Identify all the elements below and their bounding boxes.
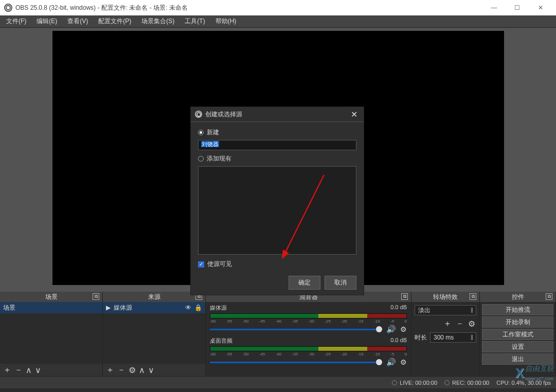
- add-scene-button[interactable]: ＋: [3, 365, 11, 376]
- source-item[interactable]: ▶ 媒体源 👁 🔒: [103, 302, 205, 313]
- scene-item[interactable]: 场景: [0, 302, 102, 313]
- scenes-panel: 场景⧉ 场景 ＋ － ∧ ∨: [0, 292, 103, 376]
- speaker-icon[interactable]: 🔊: [386, 325, 396, 334]
- start-recording-button[interactable]: 开始录制: [482, 316, 553, 328]
- settings-button[interactable]: 设置: [482, 341, 553, 352]
- meter-ticks: -60-55-50-45-40-35-30-25-20-15-10-50: [210, 352, 407, 357]
- channel-settings-button[interactable]: ⚙: [400, 358, 407, 366]
- remove-source-button[interactable]: －: [117, 365, 125, 376]
- lock-toggle[interactable]: 🔒: [194, 304, 202, 311]
- visibility-toggle[interactable]: 👁: [185, 304, 191, 311]
- radio-existing[interactable]: [198, 156, 204, 162]
- bottom-panels: 场景⧉ 场景 ＋ － ∧ ∨ 来源⧉ ▶ 媒体源 👁 🔒 ＋ － ⚙ ∧ ∨: [0, 292, 556, 376]
- studio-mode-button[interactable]: 工作室模式: [482, 329, 553, 340]
- exit-button[interactable]: 退出: [482, 353, 553, 365]
- watermark-url: www.xz7.com: [525, 376, 553, 381]
- menu-help[interactable]: 帮助(H): [211, 15, 241, 27]
- dialog-title: 创建或选择源: [205, 110, 349, 119]
- controls-title: 控件: [512, 293, 524, 301]
- mixer-channel-0: 媒体源0.0 dB -60-55-50-45-40-35-30-25-20-15…: [206, 302, 411, 335]
- controls-panel: 控件⧉ 开始推流 开始录制 工作室模式 设置 退出: [480, 292, 556, 376]
- menu-tools[interactable]: 工具(T): [181, 15, 209, 27]
- scene-down-button[interactable]: ∨: [35, 365, 41, 375]
- titlebar: OBS 25.0.8 (32-bit, windows) - 配置文件: 未命名…: [0, 0, 556, 15]
- menu-view[interactable]: 查看(V): [63, 15, 92, 27]
- visible-checkbox[interactable]: ✓: [198, 261, 204, 268]
- mixer-panel: 混音器⧉ 媒体源0.0 dB -60-55-50-45-40-35-30-25-…: [206, 292, 411, 376]
- menubar: 文件(F) 编辑(E) 查看(V) 配置文件(P) 场景集合(S) 工具(T) …: [0, 15, 556, 28]
- add-source-button[interactable]: ＋: [106, 365, 114, 376]
- statusbar: LIVE: 00:00:00 REC: 00:00:00 CPU: 0.4%, …: [0, 376, 556, 388]
- remove-scene-button[interactable]: －: [14, 365, 23, 376]
- maximize-button[interactable]: ☐: [506, 0, 529, 15]
- audio-meter: [210, 313, 407, 318]
- rec-indicator-icon: [444, 380, 450, 385]
- existing-sources-list[interactable]: [198, 166, 356, 255]
- scene-up-button[interactable]: ∧: [26, 365, 32, 375]
- audio-meter: [210, 346, 407, 351]
- start-streaming-button[interactable]: 开始推流: [482, 304, 553, 315]
- visible-checkbox-label: 使源可见: [207, 260, 232, 269]
- cancel-button[interactable]: 取消: [325, 276, 356, 290]
- transitions-panel: 转场特效⧉ 淡出 ＋ － ⚙ 时长 300 ms: [411, 292, 480, 376]
- ok-button[interactable]: 确定: [289, 276, 320, 290]
- radio-existing-label: 添加现有: [207, 154, 231, 163]
- spinner-icon[interactable]: [471, 308, 473, 313]
- popout-icon[interactable]: ⧉: [546, 293, 552, 300]
- channel-name: 媒体源: [210, 304, 227, 312]
- visible-checkbox-row[interactable]: ✓ 使源可见: [198, 260, 356, 269]
- volume-slider[interactable]: [210, 329, 382, 330]
- mixer-body: 媒体源0.0 dB -60-55-50-45-40-35-30-25-20-15…: [206, 302, 411, 376]
- close-button[interactable]: ✕: [529, 0, 552, 15]
- spinner-icon[interactable]: [471, 335, 473, 340]
- sources-title: 来源: [148, 293, 160, 301]
- menu-profiles[interactable]: 配置文件(P): [94, 15, 135, 27]
- window-title: OBS 25.0.8 (32-bit, windows) - 配置文件: 未命名…: [15, 4, 482, 12]
- popout-icon[interactable]: ⧉: [470, 293, 476, 300]
- popout-icon[interactable]: ⧉: [93, 293, 99, 300]
- watermark: X 自由互联 www.xz7.com: [515, 364, 554, 382]
- transition-settings-button[interactable]: ⚙: [468, 319, 475, 329]
- live-indicator-icon: [392, 380, 397, 385]
- meter-ticks: -60-55-50-45-40-35-30-25-20-15-10-50: [210, 319, 407, 324]
- play-icon: ▶: [106, 304, 111, 311]
- channel-db: 0.0 dB: [390, 337, 407, 345]
- remove-transition-button[interactable]: －: [456, 318, 464, 329]
- menu-file[interactable]: 文件(F): [2, 15, 30, 27]
- rec-status: REC: 00:00:00: [452, 380, 489, 386]
- live-status: LIVE: 00:00:00: [400, 380, 437, 386]
- sources-panel: 来源⧉ ▶ 媒体源 👁 🔒 ＋ － ⚙ ∧ ∨: [103, 292, 206, 376]
- radio-existing-row[interactable]: 添加现有: [198, 154, 356, 163]
- minimize-button[interactable]: —: [482, 0, 506, 15]
- source-up-button[interactable]: ∧: [139, 365, 145, 375]
- radio-new-label: 新建: [207, 128, 219, 137]
- transition-select[interactable]: 淡出: [415, 305, 476, 315]
- mixer-channel-1: 桌面音频0.0 dB -60-55-50-45-40-35-30-25-20-1…: [206, 335, 411, 368]
- create-source-dialog: 创建或选择源 ✕ 新建 刘饶器 添加现有 ✓ 使源可见 确定 取消: [190, 106, 364, 295]
- scenes-title: 场景: [45, 293, 58, 301]
- source-settings-button[interactable]: ⚙: [129, 365, 136, 375]
- dialog-close-button[interactable]: ✕: [349, 110, 360, 119]
- duration-input[interactable]: 300 ms: [430, 332, 476, 343]
- radio-new-row[interactable]: 新建: [198, 128, 356, 137]
- menu-edit[interactable]: 编辑(E): [32, 15, 61, 27]
- speaker-icon[interactable]: 🔊: [386, 358, 396, 367]
- channel-settings-button[interactable]: ⚙: [400, 325, 407, 333]
- app-icon: [4, 4, 12, 12]
- radio-new[interactable]: [198, 130, 204, 135]
- channel-db: 0.0 dB: [390, 304, 407, 312]
- transitions-title: 转场特效: [433, 293, 458, 301]
- volume-slider[interactable]: [210, 362, 382, 363]
- channel-name: 桌面音频: [210, 337, 232, 345]
- add-transition-button[interactable]: ＋: [443, 318, 452, 329]
- source-name-input[interactable]: 刘饶器: [198, 140, 356, 150]
- watermark-brand: 自由互联: [525, 364, 554, 372]
- source-down-button[interactable]: ∨: [148, 365, 154, 375]
- duration-label: 时长: [415, 333, 427, 342]
- dialog-icon: [195, 111, 202, 118]
- popout-icon[interactable]: ⧉: [401, 293, 408, 300]
- menu-scenecollections[interactable]: 场景集合(S): [137, 15, 178, 27]
